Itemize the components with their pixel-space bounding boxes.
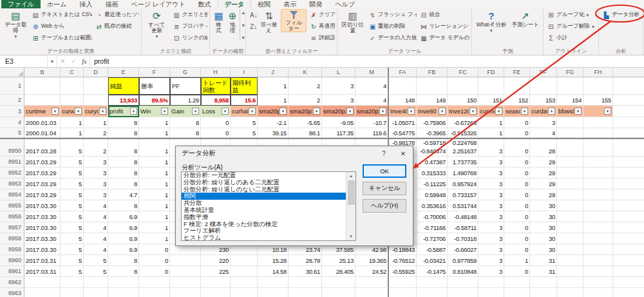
cell-FE8950[interactable]: 0: [504, 146, 530, 157]
cell-FF[interactable]: [530, 139, 557, 146]
dialog-help-icon[interactable]: ?: [374, 146, 393, 160]
cell-FH1[interactable]: [583, 77, 613, 95]
ribbon-from-table-range-button[interactable]: ⊞テーブルまたは範囲から: [30, 32, 93, 44]
row-header-partial[interactable]: [0, 139, 24, 146]
ribbon-remove-duplicates-button[interactable]: ▣重複の削除: [367, 21, 417, 32]
cell-FD8950[interactable]: 3: [478, 146, 504, 157]
cell-FE4[interactable]: 0: [504, 117, 530, 128]
filter-button-FA[interactable]: ▼: [408, 108, 415, 115]
cell-FB8962[interactable]: [417, 277, 448, 288]
cell-B2[interactable]: [24, 95, 61, 106]
cell-C8960[interactable]: 5: [61, 255, 84, 266]
cell-D8959[interactable]: 4: [84, 244, 108, 255]
cell-D8956[interactable]: 4: [84, 211, 108, 222]
name-box[interactable]: E3: [0, 55, 48, 67]
cell-F8951[interactable]: 1: [139, 157, 170, 168]
cell-FE1[interactable]: [504, 77, 530, 95]
ribbon-consolidate-button[interactable]: ⊟統合: [418, 9, 469, 21]
gallery-more-icon[interactable]: ▼: [241, 35, 245, 40]
cell-FD[interactable]: [478, 139, 504, 146]
cell-FB8958[interactable]: -0.72706: [417, 233, 448, 244]
filter-button-FC[interactable]: ▼: [469, 108, 477, 115]
ribbon-reapply-button[interactable]: ↻再適用: [308, 21, 335, 32]
ribbon-filter-button[interactable]: フィルター: [281, 9, 307, 32]
analysis-tool-option[interactable]: フーリエ解析: [182, 227, 346, 235]
filter-button-E[interactable]: ▼: [130, 108, 137, 115]
cell-FF8952[interactable]: 29: [530, 168, 557, 178]
cell-FC8952[interactable]: 1.490768: [448, 168, 478, 178]
cell-K8963[interactable]: [289, 288, 322, 297]
cell-FG2[interactable]: 154: [557, 95, 583, 106]
filter-button-C[interactable]: ▼: [75, 108, 82, 115]
filter-button-FG[interactable]: ▼: [574, 108, 582, 115]
cancel-button[interactable]: キャンセル: [363, 182, 406, 195]
cell-I5[interactable]: 5: [231, 128, 258, 138]
cell-M5[interactable]: 119.6: [355, 128, 389, 138]
cell-FA2[interactable]: 148: [389, 95, 417, 106]
cell-FF8958[interactable]: 30: [530, 233, 557, 244]
cell-C8961[interactable]: 5: [61, 266, 84, 277]
cell-FF8950[interactable]: 28: [530, 146, 557, 157]
analysis-tool-option[interactable]: ヒストグラム: [182, 235, 346, 241]
gallery-up-icon[interactable]: ▲: [241, 10, 245, 15]
row-header-5[interactable]: 5: [0, 128, 24, 138]
cell-G5[interactable]: 8: [170, 128, 201, 138]
column-header-L[interactable]: L: [322, 68, 355, 77]
enter-entry-icon[interactable]: ✓: [68, 55, 79, 67]
column-header-J[interactable]: J: [258, 68, 289, 77]
ribbon-from-web-button[interactable]: ⊕Web から: [30, 21, 93, 32]
cell-FD8962[interactable]: [478, 277, 504, 288]
row-header-8951[interactable]: 8951: [0, 157, 24, 168]
cell-C8963[interactable]: [61, 288, 84, 297]
cell-FE8954[interactable]: 0: [504, 189, 530, 200]
cell-FF8960[interactable]: 31: [530, 255, 557, 266]
ribbon-sort-ascending-button[interactable]: A↓: [248, 9, 256, 21]
cell-E8957[interactable]: 6.9: [108, 222, 139, 233]
cell-FG8963[interactable]: [557, 288, 583, 297]
cell-FA8963[interactable]: [389, 288, 417, 297]
filter-button-FF[interactable]: ▼: [548, 108, 555, 115]
cell-G8962[interactable]: [170, 277, 201, 288]
cell-FD5[interactable]: 1: [478, 128, 504, 138]
cell-FE3[interactable]: season▼: [504, 106, 530, 117]
cell-F8954[interactable]: 1: [139, 189, 170, 200]
cell-FD8959[interactable]: 3: [478, 244, 504, 255]
cell-C4[interactable]: 1: [61, 117, 84, 128]
cell-FD8951[interactable]: 3: [478, 157, 504, 168]
ribbon-properties-button[interactable]: ≣プロパティ: [171, 21, 208, 32]
column-header-FC[interactable]: FC: [448, 68, 478, 77]
cell-L8963[interactable]: [322, 288, 355, 297]
help-button[interactable]: ヘルプ(H): [363, 199, 406, 213]
cell-FC8958[interactable]: -0.70318: [448, 233, 478, 244]
filter-button-G[interactable]: ▼: [192, 108, 199, 115]
cell-E8951[interactable]: 8: [108, 157, 139, 168]
cell-L5[interactable]: 117.35: [322, 128, 355, 138]
cell-FD2[interactable]: 151: [478, 95, 504, 106]
row-header-1[interactable]: 1: [0, 77, 24, 95]
ribbon-tab-ページ レイアウト[interactable]: ページ レイアウト: [124, 0, 191, 8]
ribbon-ungroup-button[interactable]: ⊟グループ解除▼: [545, 21, 596, 32]
cell-I[interactable]: [231, 139, 258, 146]
filter-button-L[interactable]: ▼: [346, 108, 354, 115]
cell-FH8954[interactable]: [583, 189, 613, 200]
cell-FB4[interactable]: -0.75906: [417, 117, 448, 128]
cell-H5[interactable]: 0: [201, 128, 231, 138]
scrollbar-thumb[interactable]: [348, 180, 355, 205]
cell-D8952[interactable]: 3: [84, 168, 108, 178]
row-header-8958[interactable]: 8958: [0, 233, 24, 244]
cell-FG8961[interactable]: [557, 266, 583, 277]
cell-C8959[interactable]: 5: [61, 244, 84, 255]
cell-FE8957[interactable]: 0: [504, 222, 530, 233]
cell-FF1[interactable]: [530, 77, 557, 95]
cell-D8954[interactable]: 3: [84, 189, 108, 200]
ribbon-sort-button[interactable]: ⇅並べ替え: [258, 9, 279, 34]
scroll-up-icon[interactable]: ▲: [349, 172, 353, 180]
cell-C8957[interactable]: 5: [61, 222, 84, 233]
column-header-G[interactable]: G: [170, 68, 201, 77]
cell-D8955[interactable]: 4: [84, 200, 108, 211]
cell-FD1[interactable]: [478, 77, 504, 95]
cell-B8954[interactable]: 2017.03.29: [24, 189, 61, 200]
cell-E4[interactable]: 8: [108, 117, 139, 128]
cell-FH8950[interactable]: [583, 146, 613, 157]
ribbon-edit-links-button[interactable]: ⊡リンクの編集: [171, 32, 208, 44]
